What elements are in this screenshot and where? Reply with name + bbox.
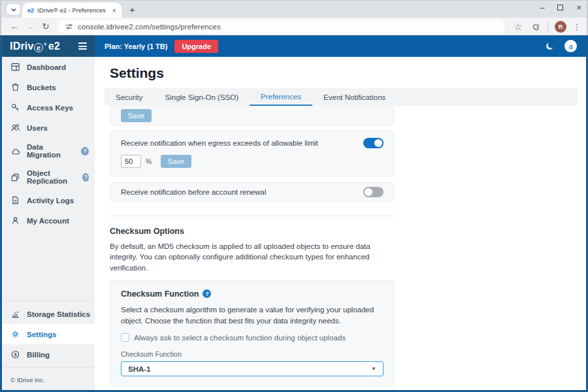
users-icon bbox=[10, 123, 20, 133]
minimize-button[interactable]: – bbox=[540, 3, 545, 12]
help-icon[interactable]: ? bbox=[82, 173, 89, 182]
sidebar-bottom-group: Storage Statistics Settings $ Billing © … bbox=[2, 301, 95, 390]
browser-tab-active[interactable]: e2 IDrive® e2 - Preferences × bbox=[22, 3, 122, 18]
gear-icon bbox=[10, 329, 20, 339]
copyright-text: © IDrive Inc. bbox=[2, 367, 95, 390]
toolbar-right-icons: ☆ R ⋮ bbox=[510, 21, 581, 33]
hamburger-menu-icon[interactable] bbox=[78, 42, 87, 50]
url-text[interactable]: console.idrivee2.com/settings/preference… bbox=[78, 23, 221, 31]
forward-button[interactable]: → bbox=[23, 22, 37, 31]
app-navbar: IDrive®e2 Plan: Yearly (1 TB) Upgrade a bbox=[2, 35, 586, 57]
sidebar-item-buckets[interactable]: Buckets bbox=[2, 77, 95, 97]
idrive-e2-logo: IDrive®e2 bbox=[10, 41, 60, 52]
logo-text-2: e2 bbox=[48, 41, 60, 52]
sidebar-item-users[interactable]: Users bbox=[2, 118, 95, 138]
tab-preferences[interactable]: Preferences bbox=[250, 88, 312, 106]
address-bar[interactable]: console.idrivee2.com/settings/preference… bbox=[57, 20, 505, 33]
preferences-content: Save Receive notification when egress ex… bbox=[110, 106, 395, 390]
bucket-icon bbox=[10, 82, 20, 92]
window-controls: – × bbox=[540, 3, 581, 12]
window-close-button[interactable]: × bbox=[576, 3, 581, 12]
sidebar-item-label: Storage Statistics bbox=[27, 310, 90, 318]
checksum-selected-value: SHA-1 bbox=[128, 365, 151, 373]
new-tab-button[interactable]: + bbox=[129, 4, 135, 15]
sidebar-item-label: My Account bbox=[27, 217, 69, 225]
renewal-notification-label: Receive notification before account rene… bbox=[121, 188, 266, 196]
sidebar-item-label: Buckets bbox=[27, 84, 56, 91]
plan-label: Plan: Yearly (1 TB) bbox=[105, 42, 167, 50]
dark-mode-moon-icon[interactable] bbox=[545, 41, 555, 51]
browser-menu-icon[interactable]: ⋮ bbox=[573, 22, 581, 31]
help-icon[interactable]: ? bbox=[203, 289, 211, 298]
toggle-knob bbox=[365, 188, 372, 196]
tab-event-notifications[interactable]: Event Notifications bbox=[312, 88, 397, 106]
cloud-migration-icon bbox=[10, 146, 20, 156]
site-favicon: e2 bbox=[27, 7, 34, 14]
sidebar-item-label: Activity Logs bbox=[27, 197, 74, 204]
egress-percent-input[interactable] bbox=[121, 155, 141, 168]
egress-notification-card: Receive notification when egress exceeds… bbox=[110, 130, 395, 176]
checksum-function-description: Select a checksum algorithm to generate … bbox=[121, 304, 384, 326]
app-body: Dashboard Buckets Access Keys Users Data… bbox=[2, 57, 586, 390]
checksum-options-description: By default, an MD5 checksum is applied t… bbox=[110, 241, 395, 273]
upgrade-button[interactable]: Upgrade bbox=[174, 40, 218, 53]
browser-window: e2 IDrive® e2 - Preferences × + – × ← → … bbox=[0, 0, 588, 392]
extensions-icon[interactable] bbox=[532, 22, 541, 31]
renewal-toggle[interactable] bbox=[363, 187, 384, 197]
tab-strip: e2 IDrive® e2 - Preferences × + – × bbox=[1, 1, 587, 18]
person-icon bbox=[10, 216, 20, 225]
section-divider bbox=[110, 216, 395, 216]
renewal-notification-card: Receive notification before account rene… bbox=[110, 182, 395, 202]
sidebar-item-storage-statistics[interactable]: Storage Statistics bbox=[2, 304, 95, 324]
sidebar-item-billing[interactable]: $ Billing bbox=[2, 344, 95, 365]
help-icon[interactable]: ? bbox=[81, 147, 89, 155]
sidebar-item-object-replication[interactable]: Object Replication ? bbox=[2, 164, 95, 190]
back-button[interactable]: ← bbox=[7, 22, 22, 31]
logo-e-circle: e bbox=[34, 43, 43, 52]
sidebar-item-label: Dashboard bbox=[27, 63, 66, 71]
browser-toolbar: ← → ↻ console.idrivee2.com/settings/pref… bbox=[1, 18, 587, 36]
navbar-right: a bbox=[545, 40, 586, 52]
billing-dollar-icon: $ bbox=[10, 350, 20, 359]
sidebar-item-label: Settings bbox=[27, 331, 56, 338]
checksum-function-select[interactable]: SHA-1 ▼ bbox=[121, 361, 384, 376]
browser-chrome: e2 IDrive® e2 - Preferences × + – × ← → … bbox=[0, 0, 588, 35]
brand-area: IDrive®e2 bbox=[2, 35, 95, 57]
settings-tab-bar: Security Single Sign-On (SSO) Preference… bbox=[105, 88, 578, 106]
tab-single-sign-on[interactable]: Single Sign-On (SSO) bbox=[154, 88, 250, 106]
sidebar-item-settings[interactable]: Settings bbox=[2, 324, 95, 344]
chevron-down-icon bbox=[10, 7, 17, 13]
egress-toggle[interactable] bbox=[363, 138, 384, 148]
partial-setting-card: Save bbox=[110, 106, 395, 125]
reload-button[interactable]: ↻ bbox=[39, 22, 53, 31]
maximize-button[interactable] bbox=[557, 5, 563, 10]
tab-title: IDrive® e2 - Preferences bbox=[37, 7, 109, 14]
logo-registered-mark: ® bbox=[44, 42, 47, 46]
save-button-egress[interactable]: Save bbox=[161, 155, 191, 168]
percent-unit-label: % bbox=[146, 158, 152, 165]
always-ask-checkbox[interactable] bbox=[121, 333, 129, 342]
tab-close-icon[interactable]: × bbox=[112, 7, 116, 14]
sidebar-item-label: Billing bbox=[27, 351, 50, 359]
sidebar-item-my-account[interactable]: My Account bbox=[2, 210, 95, 231]
checksum-select-label: Checksum Function bbox=[121, 350, 384, 358]
account-avatar[interactable]: a bbox=[564, 40, 577, 52]
sidebar-item-access-keys[interactable]: Access Keys bbox=[2, 97, 95, 118]
page-title: Settings bbox=[110, 65, 586, 81]
chevron-down-icon: ▼ bbox=[371, 366, 376, 372]
sidebar-item-dashboard[interactable]: Dashboard bbox=[2, 57, 95, 77]
tab-security[interactable]: Security bbox=[105, 88, 154, 106]
tab-search-button[interactable] bbox=[7, 4, 20, 15]
toolbar-divider bbox=[547, 22, 548, 31]
save-button-partial[interactable]: Save bbox=[121, 109, 152, 122]
sidebar-item-activity-logs[interactable]: Activity Logs bbox=[2, 190, 95, 210]
replication-copy-icon bbox=[10, 172, 20, 182]
sidebar-item-label: Object Replication bbox=[27, 169, 76, 185]
always-ask-checkbox-row: Always ask to select a checksum function… bbox=[121, 333, 384, 342]
idrive-e2-app: IDrive®e2 Plan: Yearly (1 TB) Upgrade a … bbox=[0, 35, 588, 392]
bookmark-star-icon[interactable]: ☆ bbox=[511, 22, 525, 32]
sidebar-item-data-migration[interactable]: Data Migration ? bbox=[2, 138, 95, 164]
checksum-function-heading: Checksum Function bbox=[121, 289, 199, 299]
browser-profile-avatar[interactable]: R bbox=[555, 21, 566, 33]
sidebar-item-label: Access Keys bbox=[27, 104, 73, 112]
